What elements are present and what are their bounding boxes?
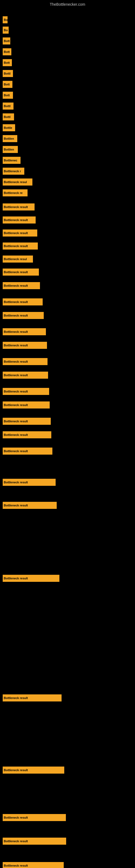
bar-item: Bottlen: [3, 146, 18, 153]
bar-label: Bottleneck result: [4, 577, 28, 580]
bar-row: Bottleneck result: [3, 269, 132, 276]
bar-label: Bott: [4, 39, 10, 42]
bar-item: Bott: [3, 37, 10, 44]
bar-item: Bottleneck result: [3, 479, 56, 486]
bar-row: Bottleneck r: [3, 167, 132, 175]
bar-item: Bottl: [3, 70, 13, 77]
bar-label: Bottleneck result: [4, 864, 28, 867]
bar-label: Bottleneck result: [4, 504, 28, 507]
bar-row: Bottleneck result: [3, 862, 132, 868]
bar-item: Bott: [3, 92, 13, 99]
bar-item: Bottleneck result: [3, 388, 49, 395]
bar-row: Bott: [3, 48, 132, 55]
bar-item: Bottleneck result: [3, 269, 39, 276]
bar-item: Bott: [3, 48, 11, 55]
bar-label: Bottleneck result: [4, 769, 28, 772]
bar-label: Bottleneck result: [4, 696, 28, 700]
bar-item: Bottleneck result: [3, 418, 51, 425]
bar-label: Bottleneck result: [4, 205, 28, 209]
bar-row: Bo: [3, 27, 132, 34]
bar-row: Bottleneck result: [3, 502, 132, 509]
bar-item: Bottl: [3, 102, 13, 110]
bar-label: Bottleneck result: [4, 231, 28, 235]
bar-row: Bottlen: [3, 135, 132, 142]
bar-label: Bottleneck result: [4, 390, 28, 393]
bar-row: Bottleneck result: [3, 312, 132, 319]
bar-row: Bott: [3, 59, 132, 66]
bar-label: Bottleneck result: [4, 284, 28, 287]
bar-row: Bottleneck result: [3, 204, 132, 211]
bar-row: Bottleneck result: [3, 216, 132, 223]
bar-row: Bottleneck result: [3, 694, 132, 702]
bar-label: Bottleneck result: [4, 403, 28, 407]
bar-row: Bottle: [3, 124, 132, 131]
bar-row: Bottleneck result: [3, 814, 132, 821]
bar-item: Bottleneck result: [3, 767, 64, 774]
bar-label: Bott: [4, 83, 10, 86]
bar-label: Bottleneck result: [4, 244, 28, 248]
bar-row: Bottleneck result: [3, 401, 132, 408]
bar-label: Bottleneck result: [4, 433, 28, 436]
bar-label: Bottle: [4, 126, 12, 129]
bar-item: Bottlenec: [3, 157, 20, 164]
bar-row: Bottleneck result: [3, 328, 132, 335]
bar-label: Bottl: [4, 72, 10, 75]
bar-row: Bottleneck resul: [3, 255, 132, 262]
bar-row: Bott: [3, 92, 132, 99]
bar-row: Bottleneck result: [3, 767, 132, 774]
bar-item: Bottleneck result: [3, 814, 66, 821]
bar-item: Bottlen: [3, 135, 17, 142]
bar-item: Bo: [3, 16, 8, 23]
bar-label: Bottl: [4, 115, 10, 119]
bar-item: Bottleneck result: [3, 862, 64, 868]
bar-label: Bottleneck result: [4, 271, 28, 274]
bar-item: Bottleneck re: [3, 189, 28, 196]
bar-row: Bottleneck result: [3, 372, 132, 379]
bar-label: Bottleneck result: [4, 314, 28, 317]
bar-label: Bottleneck resul: [4, 180, 27, 184]
bar-item: Bottleneck result: [3, 243, 38, 250]
bar-label: Bottleneck result: [4, 450, 28, 453]
bar-item: Bottleneck result: [3, 358, 48, 365]
bar-label: Bottleneck resul: [4, 257, 27, 261]
bar-row: Bott: [3, 37, 132, 44]
bar-label: Bottleneck r: [4, 169, 21, 173]
bar-item: Bottleneck result: [3, 328, 46, 335]
bar-row: Bottleneck re: [3, 189, 132, 196]
bar-item: Bottleneck result: [3, 502, 57, 509]
bar-item: Bottleneck result: [3, 299, 43, 305]
bar-item: Bottleneck result: [3, 204, 35, 211]
site-title: TheBottlenecker.com: [0, 0, 135, 8]
bar-label: Bottleneck re: [4, 191, 23, 194]
bar-item: Bottleneck result: [3, 447, 52, 455]
bar-row: Bottleneck result: [3, 388, 132, 395]
bar-item: Bott: [3, 59, 12, 66]
bar-row: Bottlen: [3, 146, 132, 153]
bar-item: Bottleneck result: [3, 838, 66, 845]
bar-label: Bott: [4, 61, 10, 64]
bar-row: Bottl: [3, 102, 132, 110]
bar-row: Bottl: [3, 70, 132, 77]
bar-item: Bottleneck result: [3, 694, 61, 702]
bar-label: Bottleneck result: [4, 839, 28, 843]
bar-row: Bottl: [3, 113, 132, 120]
bar-item: Bottleneck result: [3, 342, 47, 349]
bar-label: Bottleneck result: [4, 480, 28, 484]
bar-item: Bottleneck result: [3, 282, 40, 289]
bar-row: Bottleneck result: [3, 243, 132, 250]
bar-label: Bottleneck result: [4, 373, 28, 377]
bar-row: Bottleneck result: [3, 447, 132, 455]
bar-row: Bottleneck result: [3, 229, 132, 237]
bar-item: Bottleneck result: [3, 229, 37, 237]
bar-label: Bo: [4, 18, 8, 22]
bar-row: Bottleneck resul: [3, 179, 132, 186]
bar-row: Bottleneck result: [3, 358, 132, 365]
bar-item: Bottleneck result: [3, 312, 44, 319]
bar-row: Bottleneck result: [3, 282, 132, 289]
bar-label: Bottleneck result: [4, 218, 28, 222]
bar-item: Bott: [3, 81, 12, 88]
bar-row: Bottleneck result: [3, 479, 132, 486]
bar-item: Bottleneck r: [3, 167, 24, 175]
bar-label: Bottleneck result: [4, 300, 28, 304]
bar-row: Bottlenec: [3, 157, 132, 164]
